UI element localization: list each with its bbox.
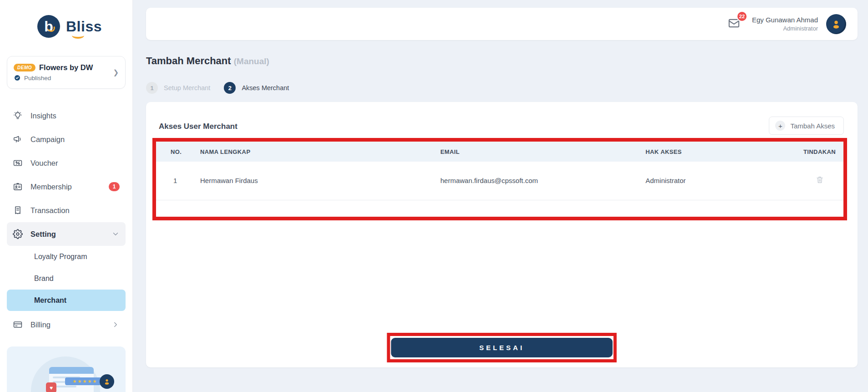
sidebar-subitem-brand[interactable]: Brand bbox=[7, 268, 126, 290]
workspace-status: Published bbox=[24, 75, 51, 81]
voucher-icon bbox=[13, 158, 23, 168]
sidebar-item-setting[interactable]: Setting bbox=[7, 222, 126, 246]
illustration-like-icon: ♥ bbox=[46, 382, 56, 392]
mail-count-badge: 22 bbox=[737, 11, 747, 22]
demo-badge: DEMO bbox=[14, 64, 35, 71]
billing-icon bbox=[13, 320, 23, 330]
step-label: Setup Merchant bbox=[164, 84, 210, 92]
brand-logo: b Bliss bbox=[37, 15, 126, 38]
campaign-icon bbox=[13, 134, 23, 144]
sidebar-item-label: Billing bbox=[30, 321, 50, 329]
tambah-akses-label: Tambah Akses bbox=[790, 122, 835, 130]
plus-icon: + bbox=[775, 121, 785, 131]
step-number: 2 bbox=[224, 82, 236, 94]
col-header-no: NO. bbox=[156, 142, 200, 162]
panel-title: Akses User Merchant bbox=[159, 122, 237, 131]
insights-icon bbox=[13, 111, 23, 121]
user-name: Egy Gunawan Ahmad bbox=[752, 15, 818, 25]
chevron-down-icon bbox=[111, 230, 120, 238]
app-root: b Bliss DEMO Flowers by DW Published ❯ I… bbox=[0, 0, 868, 392]
verified-check-icon bbox=[14, 74, 21, 81]
cell-nama-lengkap: Hermawan Firdaus bbox=[200, 162, 440, 200]
step-label: Akses Merchant bbox=[242, 84, 289, 92]
table-header-row: NO. NAMA LENGKAP EMAIL HAK AKSES TINDAKA… bbox=[156, 142, 843, 162]
user-info: Egy Gunawan Ahmad Administrator bbox=[752, 15, 818, 33]
top-header-bar: 22 Egy Gunawan Ahmad Administrator bbox=[146, 8, 858, 40]
main-content: 22 Egy Gunawan Ahmad Administrator Tamba… bbox=[133, 0, 868, 392]
col-header-hak-akses: HAK AKSES bbox=[646, 142, 796, 162]
logo-swoosh bbox=[72, 34, 84, 39]
col-header-tindakan: TINDAKAN bbox=[796, 142, 843, 162]
transaction-icon bbox=[13, 205, 23, 215]
sidebar-item-label: Voucher bbox=[30, 159, 58, 168]
sidebar-item-billing[interactable]: Billing bbox=[7, 313, 126, 336]
sidebar-item-voucher[interactable]: Voucher bbox=[7, 151, 126, 175]
user-role: Administrator bbox=[752, 25, 818, 33]
gear-icon bbox=[13, 229, 23, 239]
avatar[interactable] bbox=[826, 14, 846, 34]
wizard-steps: 1 Setup Merchant 2 Akses Merchant bbox=[146, 82, 858, 94]
cell-tindakan bbox=[796, 162, 843, 200]
workspace-name: Flowers by DW bbox=[39, 63, 93, 72]
membership-count-badge: 1 bbox=[109, 182, 120, 191]
sidebar-item-label: Insights bbox=[30, 112, 56, 120]
brand-name: Bliss bbox=[66, 18, 102, 35]
selesai-button[interactable]: SELESAI bbox=[391, 338, 613, 357]
sidebar: b Bliss DEMO Flowers by DW Published ❯ I… bbox=[0, 0, 133, 392]
illustration-avatar bbox=[100, 374, 114, 389]
sidebar-item-membership[interactable]: Membership 1 bbox=[7, 175, 126, 199]
brand-name-text: Bliss bbox=[66, 18, 102, 35]
delete-access-button[interactable] bbox=[813, 173, 826, 188]
page-title-suffix: (Manual) bbox=[234, 56, 269, 66]
subitem-label: Loyalty Program bbox=[34, 253, 87, 261]
annotation-highlight-finish: SELESAI bbox=[387, 333, 617, 362]
sidebar-nav: Insights Campaign Voucher Membership 1 T… bbox=[7, 104, 126, 336]
sidebar-item-label: Setting bbox=[30, 230, 56, 239]
cell-no: 1 bbox=[156, 162, 200, 200]
tambah-akses-button[interactable]: + Tambah Akses bbox=[769, 117, 844, 135]
page-title-text: Tambah Merchant bbox=[146, 55, 231, 66]
sidebar-item-transaction[interactable]: Transaction bbox=[7, 199, 126, 222]
step-akses-merchant[interactable]: 2 Akses Merchant bbox=[224, 82, 289, 94]
bliss-logo-icon: b bbox=[37, 15, 60, 38]
cell-email: hermawan.firdaus@cpssoft.com bbox=[440, 162, 646, 200]
subitem-label: Brand bbox=[34, 275, 54, 283]
person-icon bbox=[830, 18, 842, 30]
annotation-highlight-table: NO. NAMA LENGKAP EMAIL HAK AKSES TINDAKA… bbox=[152, 138, 847, 220]
trash-icon bbox=[815, 175, 824, 184]
workspace-info: DEMO Flowers by DW Published bbox=[14, 63, 113, 81]
workspace-selector[interactable]: DEMO Flowers by DW Published ❯ bbox=[7, 56, 126, 89]
step-number: 1 bbox=[146, 82, 158, 94]
sidebar-item-label: Membership bbox=[30, 183, 72, 191]
illustration-rating-stars: ★★★★★ bbox=[65, 377, 105, 385]
sidebar-item-label: Campaign bbox=[30, 135, 65, 144]
sidebar-subitem-merchant[interactable]: Merchant bbox=[7, 290, 126, 311]
inbox-button[interactable]: 22 bbox=[727, 16, 741, 32]
akses-user-merchant-panel: Akses User Merchant + Tambah Akses NO. N… bbox=[146, 102, 858, 367]
sidebar-item-campaign[interactable]: Campaign bbox=[7, 127, 126, 151]
col-header-nama-lengkap: NAMA LENGKAP bbox=[200, 142, 440, 162]
access-table: NO. NAMA LENGKAP EMAIL HAK AKSES TINDAKA… bbox=[156, 142, 843, 200]
sidebar-item-insights[interactable]: Insights bbox=[7, 104, 126, 127]
table-row: 1 Hermawan Firdaus hermawan.firdaus@cpss… bbox=[156, 162, 843, 200]
cell-hak-akses: Administrator bbox=[646, 162, 796, 200]
chevron-right-icon bbox=[111, 321, 120, 329]
subitem-label: Merchant bbox=[34, 296, 66, 305]
membership-icon bbox=[13, 182, 23, 192]
chevron-right-icon: ❯ bbox=[113, 68, 119, 76]
sidebar-illustration: ★★★★★ ♥ bbox=[7, 346, 126, 392]
sidebar-subitem-loyalty-program[interactable]: Loyalty Program bbox=[7, 246, 126, 268]
page-title: Tambah Merchant (Manual) bbox=[146, 55, 858, 67]
sidebar-item-label: Transaction bbox=[30, 206, 70, 215]
col-header-email: EMAIL bbox=[440, 142, 646, 162]
step-setup-merchant[interactable]: 1 Setup Merchant bbox=[146, 82, 210, 94]
